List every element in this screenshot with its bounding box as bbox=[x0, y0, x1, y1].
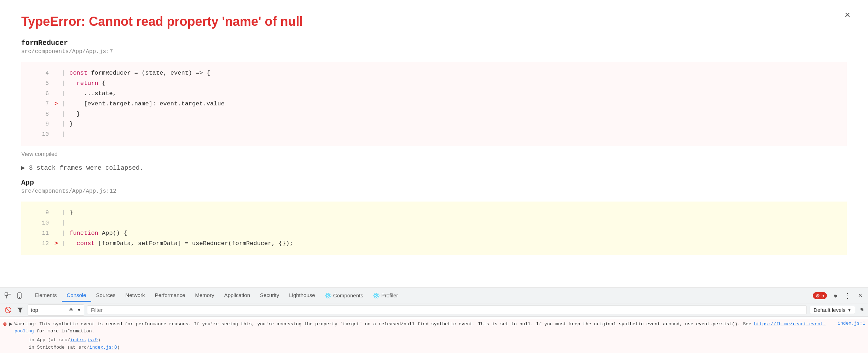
tab-performance[interactable]: Performance bbox=[150, 289, 190, 302]
tab-components-label: Components bbox=[333, 292, 363, 298]
console-messages-area: ⊗ ▶ Warning: This synthetic event is reu… bbox=[0, 317, 868, 355]
settings-button[interactable] bbox=[830, 291, 840, 301]
devtools-panel: Elements Console Sources Network Perform… bbox=[0, 287, 868, 355]
tab-network[interactable]: Network bbox=[121, 289, 150, 302]
levels-label: Default levels bbox=[814, 307, 845, 313]
code-line: 9 | } bbox=[32, 119, 836, 129]
code-line: 10 | bbox=[32, 129, 836, 140]
close-button[interactable]: × bbox=[845, 10, 850, 20]
svg-point-12 bbox=[376, 295, 377, 296]
console-message-text: Warning: This synthetic event is reused … bbox=[15, 321, 835, 334]
stack-trace-line: in App (at src/index.js:9) bbox=[18, 337, 865, 344]
tab-console[interactable]: Console bbox=[62, 289, 91, 302]
more-options-button[interactable]: ⋮ bbox=[843, 291, 852, 301]
context-selector-value: top bbox=[31, 307, 38, 313]
filter-input[interactable] bbox=[87, 305, 807, 314]
chevron-down-icon: ▼ bbox=[847, 308, 851, 312]
tab-profiler-label: Profiler bbox=[381, 292, 398, 298]
error-count-badge: ⊗ 5 bbox=[813, 292, 827, 299]
error-overlay: × TypeError: Cannot read property 'name'… bbox=[0, 0, 868, 287]
console-file-reference[interactable]: index.js:1 bbox=[838, 321, 865, 326]
filter-button[interactable] bbox=[16, 305, 25, 315]
error-icon: ⊗ bbox=[3, 321, 7, 327]
code-line-error: 7 > | [event.target.name]: event.target.… bbox=[32, 99, 836, 109]
index-js-link-1[interactable]: index.js:9 bbox=[70, 337, 98, 343]
eye-button[interactable]: 👁 bbox=[66, 305, 76, 315]
tab-sources[interactable]: Sources bbox=[91, 289, 121, 302]
tab-elements[interactable]: Elements bbox=[30, 289, 62, 302]
chevron-down-icon: ▼ bbox=[77, 308, 81, 312]
code-line: 5 | return { bbox=[32, 78, 836, 89]
frame2-name: App bbox=[21, 179, 847, 187]
error-badge-icon: ⊗ bbox=[816, 293, 820, 298]
context-selector[interactable]: top 👁 ▼ bbox=[28, 304, 84, 316]
tab-components[interactable]: Components bbox=[320, 290, 368, 302]
tab-memory[interactable]: Memory bbox=[190, 289, 219, 302]
tab-security[interactable]: Security bbox=[255, 289, 284, 302]
levels-selector[interactable]: Default levels ▼ bbox=[810, 306, 855, 314]
inspect-element-button[interactable] bbox=[3, 291, 13, 301]
svg-rect-0 bbox=[5, 293, 8, 296]
index-js-link-2[interactable]: index.js:8 bbox=[89, 345, 117, 350]
close-devtools-button[interactable]: × bbox=[855, 291, 865, 301]
code-line: 4 | const formReducer = (state, event) =… bbox=[32, 68, 836, 78]
console-stack-trace: in App (at src/index.js:9) in StrictMode… bbox=[0, 336, 868, 353]
code-block-2: 9 | } 10 | 11 | function App() { 12 > | … bbox=[21, 202, 847, 255]
error-count: 5 bbox=[821, 293, 824, 298]
console-message-row: ⊗ ▶ Warning: This synthetic event is reu… bbox=[0, 319, 868, 336]
frame2-location: src/components/App/App.js:12 bbox=[21, 188, 847, 194]
devtools-nav-icons bbox=[3, 291, 25, 301]
expand-message-icon[interactable]: ▶ bbox=[9, 321, 12, 326]
code-line: 6 | ...state, bbox=[32, 89, 836, 99]
tab-application[interactable]: Application bbox=[219, 289, 255, 302]
react-event-pooling-link[interactable]: https://fb.me/react-event-pooling bbox=[15, 321, 826, 334]
code-line: 10 | bbox=[32, 218, 836, 228]
devtools-right-controls: ⊗ 5 ⋮ × bbox=[813, 291, 865, 301]
console-settings-button[interactable] bbox=[858, 306, 864, 314]
frame1-location: src/components/App/App.js:7 bbox=[21, 48, 847, 55]
device-toggle-button[interactable] bbox=[15, 291, 25, 301]
code-line: 11 | function App() { bbox=[32, 228, 836, 239]
svg-point-8 bbox=[328, 295, 329, 296]
code-line: 8 | } bbox=[32, 109, 836, 120]
code-line: 9 | } bbox=[32, 208, 836, 218]
error-title: TypeError: Cannot read property 'name' o… bbox=[21, 14, 847, 29]
svg-rect-4 bbox=[19, 297, 20, 298]
stack-trace-line: in StrictMode (at src/index.js:8) bbox=[18, 344, 865, 351]
stack-frame-1: formReducer src/components/App/App.js:7 bbox=[21, 39, 847, 55]
clear-console-button[interactable]: 🚫 bbox=[4, 305, 13, 315]
tab-lighthouse[interactable]: Lighthouse bbox=[284, 289, 320, 302]
tab-profiler[interactable]: Profiler bbox=[368, 290, 403, 302]
code-line-active: 12 > | const [formData, setFormData] = u… bbox=[32, 239, 836, 249]
devtools-tabs-bar: Elements Console Sources Network Perform… bbox=[0, 288, 868, 303]
collapsed-frames[interactable]: ▶ 3 stack frames were collapsed. bbox=[21, 164, 847, 171]
frame1-name: formReducer bbox=[21, 39, 847, 47]
stack-frame-2: App src/components/App/App.js:12 bbox=[21, 179, 847, 194]
code-block-1: 4 | const formReducer = (state, event) =… bbox=[21, 62, 847, 146]
view-compiled-link[interactable]: View compiled bbox=[21, 151, 847, 157]
devtools-toolbar: 🚫 top 👁 ▼ Default levels ▼ bbox=[0, 303, 868, 317]
